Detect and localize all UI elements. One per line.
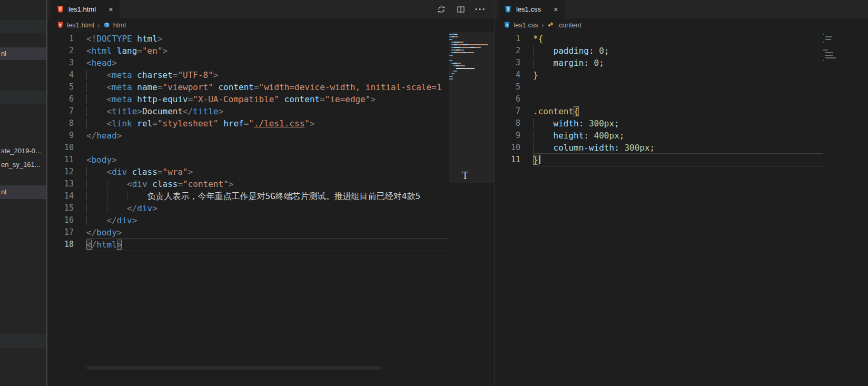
sidebar-item-label: nl [0, 185, 46, 199]
sidebar-item[interactable] [0, 91, 46, 104]
tab-les1-css[interactable]: 3 les1.css × [498, 0, 565, 18]
breadcrumb-symbol[interactable]: .content [557, 21, 581, 29]
svg-text:5: 5 [59, 23, 61, 27]
editor-actions: ··· [437, 0, 485, 18]
close-tab-icon[interactable]: × [108, 5, 113, 13]
close-tab-icon[interactable]: × [554, 5, 558, 13]
gutter: 123456789101112131415161718 [48, 33, 74, 251]
editor-group-html: 5 les1.html × ··· 5 les1.html › [48, 0, 494, 386]
sidebar-item[interactable]: nl [0, 47, 46, 60]
code-editor-css[interactable]: 1234567891011 *{ padding: 0; margin: 0;}… [495, 32, 868, 386]
split-editor-icon[interactable] [457, 5, 465, 14]
breadcrumbs: 3 les1.css › .content [495, 18, 868, 32]
chevron-right-icon: › [97, 21, 100, 29]
minimap[interactable] [823, 33, 868, 386]
css3-file-icon: 3 [504, 22, 510, 28]
editor-group-css: 3 les1.css × 3 les1.css › .content 12345… [495, 0, 868, 386]
sidebar-item[interactable] [0, 20, 46, 33]
tab-bar: 3 les1.css × [495, 0, 868, 18]
sidebar-item-label: nl [0, 47, 46, 60]
html5-file-icon: 5 [56, 5, 64, 13]
sync-changes-icon[interactable] [437, 5, 446, 14]
sidebar-item[interactable] [0, 334, 46, 348]
sidebar-item-label: ste_2019-0... [0, 145, 46, 157]
minimap-content [823, 33, 868, 62]
breadcrumb-file[interactable]: les1.css [514, 21, 538, 29]
tab-les1-html[interactable]: 5 les1.html × [50, 0, 120, 18]
code-editor-html[interactable]: 123456789101112131415161718 <!DOCTYPE ht… [48, 32, 494, 386]
vscode-window: nl ste_2019-0... en_sy_161... nl 5 les1.… [0, 0, 868, 386]
html5-file-icon: 5 [57, 22, 64, 28]
code-lines[interactable]: <!DOCTYPE html><html lang="en"><head> <m… [86, 33, 449, 386]
sidebar-item-label: en_sy_161... [0, 159, 46, 171]
more-actions-icon[interactable]: ··· [476, 5, 485, 14]
breadcrumbs: 5 les1.html › html [48, 18, 494, 32]
gutter: 1234567891011 [495, 33, 520, 166]
chevron-right-icon: › [541, 21, 544, 29]
svg-text:3: 3 [507, 6, 509, 12]
minimap-slider[interactable] [449, 32, 494, 183]
tab-label: les1.css [516, 5, 541, 13]
tab-bar: 5 les1.html × ··· [48, 0, 494, 18]
svg-text:3: 3 [506, 23, 508, 27]
minimap[interactable]: T [449, 33, 494, 386]
code-lines[interactable]: *{ padding: 0; margin: 0;}.content{ widt… [533, 33, 823, 386]
svg-text:5: 5 [59, 6, 62, 12]
breadcrumb-file[interactable]: les1.html [67, 21, 94, 29]
css3-file-icon: 3 [504, 5, 512, 13]
tab-label: les1.html [68, 5, 96, 13]
explorer-sidebar: nl ste_2019-0... en_sy_161... nl [0, 0, 46, 386]
symbol-class-icon [547, 22, 554, 28]
horizontal-scrollbar[interactable] [86, 366, 381, 370]
sidebar-item[interactable]: ste_2019-0... [0, 145, 46, 157]
sidebar-resize-sash[interactable] [46, 0, 47, 386]
breadcrumb-symbol[interactable]: html [113, 21, 126, 29]
sidebar-item[interactable]: nl [0, 185, 46, 199]
sidebar-item[interactable]: en_sy_161... [0, 159, 46, 171]
symbol-cube-icon [103, 22, 110, 28]
minimap-overlay-text: T [462, 170, 468, 181]
